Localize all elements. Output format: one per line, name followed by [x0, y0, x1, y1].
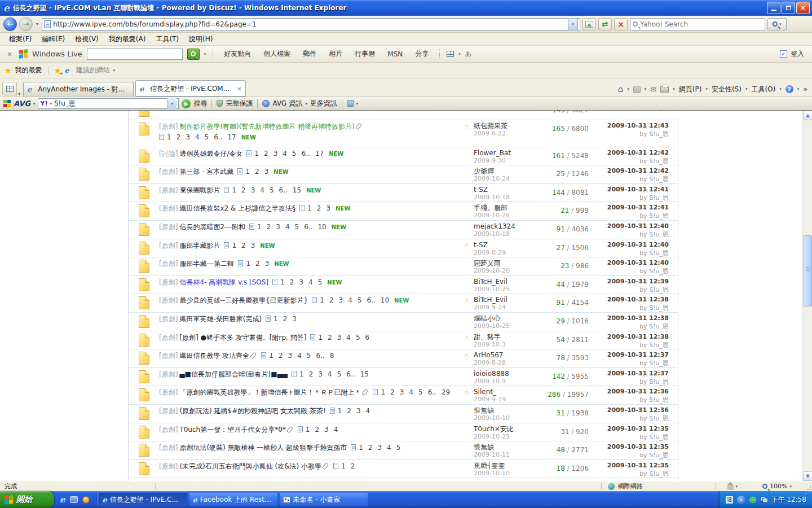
messenger-status-icon[interactable]: ☻ [749, 496, 757, 504]
chevron-down-icon[interactable]: ▾ [645, 87, 647, 91]
page-link[interactable]: 5 [307, 352, 311, 360]
add-favorite-icon[interactable]: ★ [54, 66, 61, 75]
page-link[interactable]: 2 [255, 168, 259, 176]
author-link[interactable]: 甜、豬手 [474, 333, 501, 341]
back-button[interactable]: ← [3, 17, 17, 31]
page-link[interactable]: 2 [315, 426, 319, 433]
thread-title-link[interactable]: [影片]11.2B團戰 - 社社放歌 [179, 111, 265, 112]
page-link[interactable]: 2 [329, 296, 334, 304]
page-link[interactable]: 5 [396, 444, 401, 452]
page-link[interactable]: 3 [356, 407, 361, 415]
author-link[interactable]: 爛桔小心 [474, 314, 501, 322]
live-options-dropdown[interactable]: ▾ [458, 52, 461, 56]
last-post-author-link[interactable]: by S!u_恩 [639, 130, 669, 138]
suggested-sites-dropdown[interactable]: ▾ [113, 68, 115, 73]
last-post-author-link[interactable]: by S!u_恩 [639, 231, 669, 238]
page-link[interactable]: 2 [264, 150, 268, 157]
page-link[interactable]: 6.. [367, 296, 376, 304]
page-link[interactable]: 29 [442, 388, 450, 396]
thread-title-link[interactable]: 原創玩法(硬裝) 無敵槍神 一槍秒人 超級狙擊手雜賀孫市 [179, 444, 347, 452]
page-link[interactable]: 2 [267, 223, 271, 231]
author-link[interactable]: T0uch×安比 [474, 425, 514, 433]
page-link[interactable]: 2 [390, 388, 395, 396]
page-link[interactable]: 5 [358, 296, 362, 304]
page-link[interactable]: 17 [315, 150, 324, 157]
page-link[interactable]: 15 [347, 111, 356, 112]
page-link[interactable]: 1 [232, 186, 236, 194]
thread-title-link[interactable]: 「原創的團戰英雄教學」！新增信長+圖片！＊ＲＰ已附上＊ [179, 388, 361, 396]
page-link[interactable]: 4 [387, 444, 391, 452]
suggested-sites-button[interactable]: 建議的網站 [76, 65, 109, 75]
feeds-icon[interactable] [633, 86, 641, 93]
page-link[interactable]: 1 [299, 370, 304, 378]
page-link[interactable]: 4 [348, 296, 352, 304]
page-link[interactable]: 1 [338, 407, 342, 415]
task-button-paint[interactable]: 未命名 - 小畫家 [280, 493, 368, 506]
tab-anyanother[interactable]: e AnyAnother Images - 對白圖... [23, 82, 134, 97]
messenger-quicklaunch-icon[interactable] [82, 496, 90, 503]
avg-search-value[interactable]: S!u_恩 [54, 99, 165, 108]
menu-edit[interactable]: 編輯(E) [37, 33, 69, 45]
start-button[interactable]: 開始 [0, 491, 54, 508]
page-link[interactable]: 3 [264, 168, 269, 176]
task-button-nobunaga[interactable]: e 信長之野望 - IPvE.C... [99, 493, 187, 506]
page-link[interactable]: 1 [246, 260, 250, 268]
refresh-button[interactable]: ⇄ [598, 18, 612, 30]
page-link[interactable]: 3 [186, 133, 190, 141]
page-link[interactable]: 5 [292, 150, 297, 157]
page-link[interactable]: 2 [241, 242, 246, 249]
page-link[interactable]: 5 [205, 133, 209, 141]
page-link[interactable]: 6.. [334, 111, 342, 112]
page-link[interactable]: 15 [293, 186, 301, 194]
more-info-button[interactable]: 更多資訊 [310, 99, 337, 108]
page-link[interactable]: 15 [360, 370, 369, 378]
page-link[interactable]: 2 [176, 133, 181, 141]
taskbar-clock[interactable]: 下午 12:58 [771, 495, 806, 505]
thread-title-link[interactable]: 最少見的英雄--三好長慶教學{已更新影片} [179, 296, 308, 304]
avg-brand[interactable]: AVG [14, 99, 30, 108]
last-post-author-link[interactable]: by S!u_恩 [639, 194, 669, 202]
toolbar-overflow-icon[interactable]: » [803, 85, 807, 93]
last-post-author-link[interactable]: by S!u_恩 [639, 249, 669, 257]
help-icon[interactable]: ? [785, 85, 793, 93]
page-link[interactable]: 8 [330, 352, 334, 360]
hide-tray-icons-button[interactable]: ‹ [737, 496, 745, 504]
scroll-up-button[interactable]: ▲ [803, 111, 812, 120]
avg-search-button[interactable]: 搜尋 [193, 99, 207, 108]
page-link[interactable]: 4 [283, 150, 287, 157]
last-post-author-link[interactable]: by S!u_恩 [639, 323, 669, 330]
author-link[interactable]: BiTcH_Evil [474, 296, 508, 304]
page-link[interactable]: 2 [351, 462, 355, 470]
last-post-author-link[interactable]: by S!u_恩 [639, 111, 669, 111]
page-link[interactable]: 17 [227, 133, 236, 141]
page-link[interactable]: 2 [279, 352, 283, 360]
author-link[interactable]: ArHo567 [474, 351, 503, 359]
page-link[interactable]: 3 [326, 204, 330, 212]
author-link[interactable]: 惡夢乂雨 [474, 259, 501, 267]
page-link[interactable]: 3 [251, 186, 255, 194]
page-link[interactable]: 1 [318, 334, 323, 341]
minimize-button[interactable] [767, 2, 780, 14]
avg-search-combo[interactable]: Y! ▾ S!u_恩 ▾ [38, 98, 179, 109]
page-link[interactable]: 2 [368, 444, 373, 452]
page-link[interactable]: 1 [254, 150, 259, 157]
chevron-down-icon[interactable]: ▾ [627, 87, 629, 91]
author-link[interactable]: 少爺輝 [474, 167, 494, 175]
page-link[interactable]: 5 [270, 186, 274, 194]
safety-menu-button[interactable]: 安全性(S) [712, 85, 742, 94]
page-link[interactable]: 5 [337, 370, 342, 378]
provider-dropdown[interactable]: ▾ [50, 102, 52, 106]
author-link[interactable]: Silent_ [474, 388, 496, 396]
page-link[interactable]: 1 [307, 204, 312, 212]
avg-menu-dropdown[interactable]: ▾ [33, 102, 36, 106]
author-link[interactable]: mejack1324 [474, 222, 515, 230]
full-protection-button[interactable]: 完整保護 [226, 99, 253, 108]
avg-search-go-icon[interactable]: ▶ [182, 99, 191, 108]
menu-help[interactable]: 說明(H) [184, 33, 217, 45]
avg-info-dropdown[interactable]: ▾ [305, 102, 307, 106]
desktop-quicklaunch-icon[interactable] [70, 496, 78, 503]
page-link[interactable]: 3 [273, 150, 278, 157]
author-link[interactable]: Flower_Bat [474, 149, 511, 157]
thread-title-link[interactable]: (未完成)石川五右衛門與小鳳仙 (攻&法) 小教學 [179, 462, 321, 470]
author-link[interactable]: BiTcH_Evil [474, 278, 508, 286]
